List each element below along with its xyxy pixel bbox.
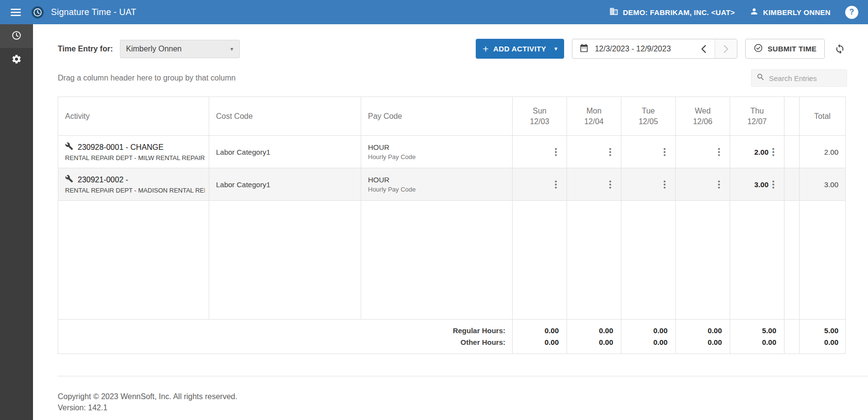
row-total-cell: 3.00 [800,168,846,201]
submit-time-button[interactable]: SUBMIT TIME [745,39,825,59]
column-header-cost-code[interactable]: Cost Code [209,97,361,136]
row-total-cell: 2.00 [800,136,846,168]
kebab-menu-icon[interactable] [772,180,774,189]
footer-divider [58,376,868,376]
pay-code-subtitle: Hourly Pay Code [368,186,512,193]
regular-hours-value: 5.00 [730,325,776,337]
topbar: Signature Time - UAT DEMO: FABRIKAM, INC… [0,0,868,24]
topbar-right: DEMO: FABRIKAM, INC. <UAT> KIMBERLY ONNE… [609,6,858,19]
empty-cell [730,201,785,320]
day-date: 12/07 [730,116,784,127]
sidebar-item-time-entry[interactable] [0,24,33,48]
help-icon[interactable]: ? [845,6,858,19]
version-text: Version: 142.1 [58,402,847,413]
time-value: 3.00 [754,180,768,189]
time-cell-sun[interactable] [513,136,567,168]
search-entries-box[interactable] [751,69,847,87]
totals-cell-tue: 0.000.00 [621,320,676,354]
day-name: Tue [621,106,675,116]
kebab-menu-icon[interactable] [609,180,611,189]
other-hours-total: 0.00 [800,337,838,348]
column-header-total[interactable]: Total [800,97,846,136]
column-header-spacer [785,97,800,136]
day-name: Wed [676,106,730,116]
refresh-icon[interactable] [833,42,847,56]
day-date: 12/06 [676,116,730,127]
plus-icon: + [483,44,489,54]
pay-code-cell[interactable]: HOUR Hourly Pay Code [361,136,513,168]
time-cell-wed[interactable] [676,168,730,201]
time-cell-thu[interactable]: 2.00 [730,136,785,168]
add-activity-button[interactable]: + ADD ACTIVITY ▾ [476,39,564,59]
gear-icon [11,54,22,66]
date-range-text: 12/3/2023 - 12/9/2023 [595,45,671,53]
cost-code-cell[interactable]: Labor Category1 [209,168,361,201]
regular-hours-total: 5.00 [800,325,838,337]
header-row: Activity Cost Code Pay Code Sun12/03 Mon… [58,97,846,136]
add-activity-label: ADD ACTIVITY [493,45,546,53]
totals-cell-thu: 5.000.00 [730,320,785,354]
kebab-menu-icon[interactable] [664,180,666,189]
regular-hours-label: Regular Hours: [58,325,505,337]
activity-cell[interactable]: 230928-0001 - CHANGE RENTAL REPAIR DEPT … [58,136,209,168]
group-by-hint: Drag a column header here to group by th… [58,74,235,82]
time-cell-thu[interactable]: 3.00 [730,168,785,201]
pay-code: HOUR [368,176,512,184]
employee-select[interactable]: Kimberly Onnen ▾ [120,40,240,58]
kebab-menu-icon[interactable] [555,148,557,156]
kebab-menu-icon[interactable] [718,180,720,189]
time-cell-wed[interactable] [676,136,730,168]
date-range-picker[interactable]: 12/3/2023 - 12/9/2023 [572,39,737,59]
column-header-activity[interactable]: Activity [58,97,209,136]
time-cell-mon[interactable] [567,168,621,201]
kebab-menu-icon[interactable] [664,148,666,156]
empty-cell [676,201,730,320]
pay-code-subtitle: Hourly Pay Code [368,153,512,161]
time-entry-for-label: Time Entry for: [58,45,113,53]
menu-icon[interactable] [6,2,25,22]
column-header-wed[interactable]: Wed12/06 [676,97,730,136]
building-icon [609,7,618,17]
column-header-thu[interactable]: Thu12/07 [730,97,785,136]
copyright-text: Copyright © 2023 WennSoft, Inc. All righ… [58,391,847,402]
kebab-menu-icon[interactable] [718,148,720,156]
check-circle-icon [753,43,763,54]
kebab-menu-icon[interactable] [609,148,611,156]
activity-title: 230921-0002 - [78,176,128,184]
time-cell-tue[interactable] [621,136,676,168]
time-cell-sun[interactable] [513,168,567,201]
time-cell-mon[interactable] [567,136,621,168]
search-icon [756,73,765,83]
day-date: 12/04 [567,116,621,127]
activity-title: 230928-0001 - CHANGE [78,143,164,152]
column-header-sun[interactable]: Sun12/03 [513,97,567,136]
other-hours-value: 0.00 [621,337,668,348]
column-header-pay-code[interactable]: Pay Code [361,97,513,136]
next-week-button[interactable] [715,39,737,59]
kebab-menu-icon[interactable] [772,148,774,156]
user-name: KIMBERLY ONNEN [763,8,831,16]
empty-cell [361,201,513,320]
empty-cell [567,201,621,320]
day-name: Mon [567,106,621,116]
time-cell-tue[interactable] [621,168,676,201]
activity-cell[interactable]: 230921-0002 - RENTAL REPAIR DEPT - MADIS… [58,168,209,201]
company-selector[interactable]: DEMO: FABRIKAM, INC. <UAT> [609,7,735,17]
page-title: Signature Time - UAT [51,7,136,17]
cost-code-cell[interactable]: Labor Category1 [209,136,361,168]
totals-row: Regular Hours: Other Hours: 0.000.00 0.0… [58,320,846,354]
controls-right: + ADD ACTIVITY ▾ 12/3/2023 - 12/9/2023 [476,39,847,59]
search-input[interactable] [769,74,842,82]
regular-hours-value: 0.00 [676,325,722,337]
time-value: 2.00 [754,148,768,156]
user-menu[interactable]: KIMBERLY ONNEN [750,7,831,17]
kebab-menu-icon[interactable] [555,180,557,189]
other-hours-value: 0.00 [513,337,559,348]
column-header-mon[interactable]: Mon12/04 [567,97,621,136]
pay-code-cell[interactable]: HOUR Hourly Pay Code [361,168,513,201]
sidebar-item-settings[interactable] [0,48,33,72]
chevron-down-icon: ▾ [554,46,557,52]
column-header-tue[interactable]: Tue12/05 [621,97,676,136]
group-panel: Drag a column header here to group by th… [58,68,847,88]
previous-week-button[interactable] [692,39,715,59]
